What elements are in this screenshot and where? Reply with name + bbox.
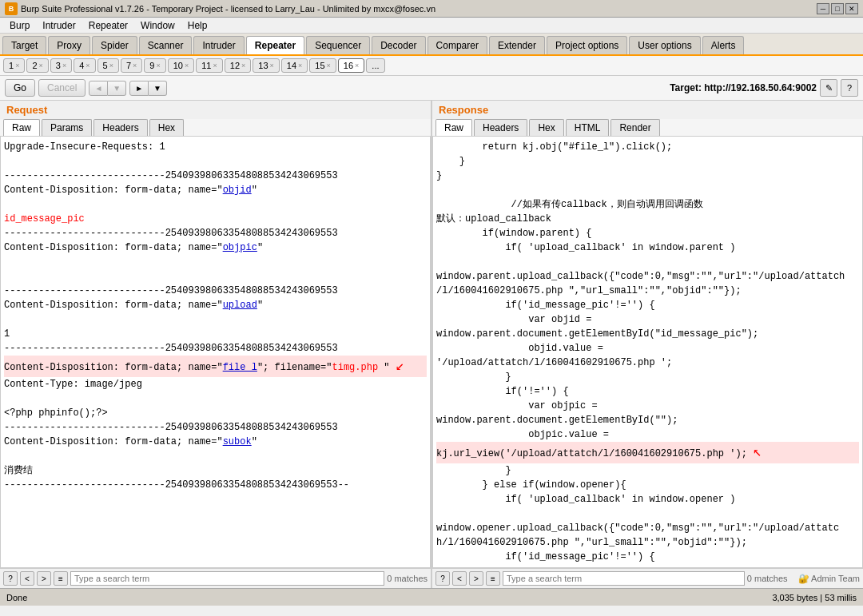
resp-line-12: var objid = bbox=[436, 312, 859, 327]
main-tab-sequencer[interactable]: Sequencer bbox=[306, 36, 370, 54]
close-tab-icon[interactable]: × bbox=[327, 62, 331, 70]
main-tab-intruder[interactable]: Intruder bbox=[193, 36, 244, 54]
app-icon: B bbox=[5, 2, 18, 15]
close-tab-icon[interactable]: × bbox=[213, 62, 217, 70]
close-tab-icon[interactable]: × bbox=[15, 62, 19, 70]
request-search-input[interactable] bbox=[70, 571, 384, 586]
go-button[interactable]: Go bbox=[5, 79, 35, 97]
response-tab-hex[interactable]: Hex bbox=[529, 119, 563, 136]
request-tab-params[interactable]: Params bbox=[42, 119, 92, 136]
request-tab-headers[interactable]: Headers bbox=[93, 119, 147, 136]
resp-line-27: if('id_message_pic'!='') { bbox=[436, 550, 859, 564]
maximize-button[interactable]: □ bbox=[831, 3, 844, 14]
main-tab-alerts[interactable]: Alerts bbox=[702, 36, 745, 54]
repeater-tab-12[interactable]: 12 × bbox=[225, 58, 252, 73]
request-search-next[interactable]: > bbox=[37, 571, 51, 586]
forward-button[interactable]: ► bbox=[129, 81, 149, 96]
request-search-help[interactable]: ? bbox=[3, 571, 18, 586]
response-tab-raw[interactable]: Raw bbox=[435, 119, 472, 136]
repeater-tab-15[interactable]: 15 × bbox=[309, 58, 336, 73]
minimize-button[interactable]: ─ bbox=[817, 3, 829, 14]
response-header: Response bbox=[432, 101, 863, 119]
menu-item-help[interactable]: Help bbox=[181, 18, 214, 33]
help-button[interactable]: ? bbox=[841, 79, 858, 97]
main-tab-decoder[interactable]: Decoder bbox=[372, 36, 425, 54]
close-tab-icon[interactable]: × bbox=[241, 62, 245, 70]
resp-line-6: 默认：upload_callback bbox=[436, 212, 859, 226]
close-tab-icon[interactable]: × bbox=[39, 62, 43, 70]
main-tab-spider[interactable]: Spider bbox=[92, 36, 137, 54]
request-content[interactable]: Upgrade-Insecure-Requests: 1 -----------… bbox=[0, 137, 431, 568]
response-tab-render[interactable]: Render bbox=[610, 119, 659, 136]
request-line-19: <?php phpinfo();?> bbox=[4, 406, 427, 420]
more-tabs-button[interactable]: ... bbox=[366, 58, 384, 73]
main-tab-user-options[interactable]: User options bbox=[629, 36, 700, 54]
close-tab-icon[interactable]: × bbox=[156, 62, 160, 70]
repeater-tab-16[interactable]: 16 × bbox=[338, 58, 365, 73]
repeater-tab-11[interactable]: 11 × bbox=[196, 58, 223, 73]
main-tab-target[interactable]: Target bbox=[2, 36, 46, 54]
request-line-22 bbox=[4, 449, 427, 463]
request-header: Request bbox=[0, 101, 431, 119]
close-tab-icon[interactable]: × bbox=[298, 62, 302, 70]
close-tab-icon[interactable]: × bbox=[133, 62, 137, 70]
main-tab-extender[interactable]: Extender bbox=[489, 36, 545, 54]
request-search-options[interactable]: ≡ bbox=[54, 571, 68, 586]
close-tab-icon[interactable]: × bbox=[185, 62, 189, 70]
response-search-prev[interactable]: < bbox=[452, 571, 467, 586]
repeater-tab-5[interactable]: 5 × bbox=[97, 58, 119, 73]
repeater-tab-9[interactable]: 9 × bbox=[144, 58, 165, 73]
response-search-input[interactable] bbox=[503, 571, 745, 586]
repeater-tab-2[interactable]: 2 × bbox=[26, 58, 48, 73]
close-tab-icon[interactable]: × bbox=[86, 62, 89, 70]
cancel-button[interactable]: Cancel bbox=[38, 79, 86, 97]
target-label: Target: http://192.168.50.64:9002 bbox=[670, 82, 817, 93]
back-dropdown[interactable]: ▼ bbox=[108, 81, 126, 96]
repeater-tab-3[interactable]: 3 × bbox=[50, 58, 72, 73]
request-line-18 bbox=[4, 391, 427, 406]
request-line-21: Content-Disposition: form-data; name="su… bbox=[4, 435, 427, 449]
request-tab-hex[interactable]: Hex bbox=[149, 119, 184, 136]
request-line-17: Content-Type: image/jpeg bbox=[4, 377, 427, 391]
resp-line-13: window.parent.document.getElementById("i… bbox=[436, 327, 859, 341]
repeater-tab-13[interactable]: 13 × bbox=[253, 58, 280, 73]
request-line-4: Content-Disposition: form-data; name="ob… bbox=[4, 183, 427, 197]
repeater-tab-10[interactable]: 10 × bbox=[168, 58, 195, 73]
repeater-tab-1[interactable]: 1 × bbox=[3, 58, 25, 73]
main-tab-repeater[interactable]: Repeater bbox=[246, 36, 304, 54]
request-search-prev[interactable]: < bbox=[20, 571, 34, 586]
window-controls: ─ □ ✕ bbox=[817, 3, 858, 14]
response-search-next[interactable]: > bbox=[469, 571, 483, 586]
main-tab-scanner[interactable]: Scanner bbox=[139, 36, 193, 54]
main-tab-comparer[interactable]: Comparer bbox=[428, 36, 487, 54]
request-tab-raw[interactable]: Raw bbox=[3, 119, 40, 136]
repeater-tab-14[interactable]: 14 × bbox=[281, 58, 308, 73]
close-tab-icon[interactable]: × bbox=[270, 62, 274, 70]
forward-dropdown[interactable]: ▼ bbox=[149, 81, 167, 96]
response-search-options[interactable]: ≡ bbox=[486, 571, 500, 586]
menu-item-repeater[interactable]: Repeater bbox=[82, 18, 134, 33]
repeater-tab-4[interactable]: 4 × bbox=[74, 58, 95, 73]
close-button[interactable]: ✕ bbox=[845, 3, 858, 14]
menu-item-burp[interactable]: Burp bbox=[3, 18, 36, 33]
menu-item-window[interactable]: Window bbox=[134, 18, 181, 33]
main-tab-project-options[interactable]: Project options bbox=[547, 36, 627, 54]
close-tab-icon[interactable]: × bbox=[355, 62, 359, 70]
main-tab-proxy[interactable]: Proxy bbox=[48, 36, 90, 54]
close-tab-icon[interactable]: × bbox=[62, 62, 66, 70]
response-tab-html[interactable]: HTML bbox=[566, 119, 610, 136]
statusbar: Done 3,035 bytes | 53 millis bbox=[0, 588, 863, 606]
edit-target-button[interactable]: ✎ bbox=[820, 79, 837, 97]
response-search-help[interactable]: ? bbox=[435, 571, 450, 586]
resp-line-14: objid.value = bbox=[436, 341, 859, 356]
menu-item-intruder[interactable]: Intruder bbox=[36, 18, 82, 33]
response-tabs: RawHeadersHexHTMLRender bbox=[432, 119, 863, 137]
response-tab-headers[interactable]: Headers bbox=[474, 119, 527, 136]
status-right: 3,035 bytes | 53 millis bbox=[772, 593, 857, 602]
back-button[interactable]: ◄ bbox=[89, 81, 108, 96]
panels-row: Request RawParamsHeadersHex Upgrade-Inse… bbox=[0, 101, 863, 588]
close-tab-icon[interactable]: × bbox=[109, 62, 113, 70]
response-content[interactable]: return kj.obj("#file_l").click(); } } //… bbox=[432, 137, 863, 568]
resp-line-19: window.parent.document.getElementById(""… bbox=[436, 413, 859, 427]
repeater-tab-7[interactable]: 7 × bbox=[121, 58, 142, 73]
